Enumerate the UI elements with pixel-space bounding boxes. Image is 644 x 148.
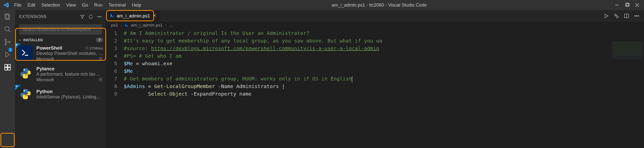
svg-point-24 xyxy=(24,69,25,70)
menu-terminal[interactable]: Terminal xyxy=(106,1,128,9)
breadcrumb-part[interactable]: am_i_admin.ps1 xyxy=(131,23,163,28)
svg-point-10 xyxy=(5,44,6,45)
svg-point-20 xyxy=(101,16,102,17)
svg-point-28 xyxy=(26,97,27,98)
powershell-file-icon xyxy=(125,23,129,27)
recommended-badge xyxy=(15,85,21,90)
breadcrumb-part[interactable]: … xyxy=(169,23,174,28)
menu-go[interactable]: Go xyxy=(80,1,91,9)
activitybar: 3 xyxy=(0,10,15,148)
svg-point-7 xyxy=(5,27,9,31)
svg-point-25 xyxy=(26,76,27,78)
source-control-badge: 3 xyxy=(8,48,13,52)
extension-powershell[interactable]: PowerShell 2796ms Develop PowerShell mod… xyxy=(15,43,106,64)
maximize-icon[interactable] xyxy=(625,3,629,7)
menu-run[interactable]: Run xyxy=(92,1,105,9)
svg-line-8 xyxy=(9,30,11,32)
more-icon[interactable] xyxy=(634,13,639,19)
svg-point-23 xyxy=(100,58,101,59)
menu-file[interactable]: File xyxy=(12,1,24,9)
chevron-right-icon: › xyxy=(120,23,122,28)
svg-point-38 xyxy=(636,15,637,16)
menu-selection[interactable]: Selection xyxy=(39,1,63,9)
window-title: am_i_admin.ps1 - ttc2060 - Visual Studio… xyxy=(144,3,615,8)
pylance-ext-icon xyxy=(18,66,33,81)
powershell-file-icon xyxy=(110,13,114,19)
svg-point-18 xyxy=(98,16,98,17)
sidebar-title: EXTENSIONS xyxy=(19,14,77,19)
tab-am-i-admin[interactable]: am_i_admin.ps1 xyxy=(106,10,160,22)
close-icon[interactable] xyxy=(635,3,639,7)
breadcrumb-part[interactable]: ps1 xyxy=(111,23,118,28)
editor-tabs: am_i_admin.ps1 xyxy=(106,10,644,22)
minimap[interactable] xyxy=(612,41,642,59)
chevron-right-icon: › xyxy=(165,23,167,28)
source-control-icon[interactable] xyxy=(4,38,12,46)
minimize-icon[interactable] xyxy=(615,3,619,7)
svg-point-11 xyxy=(9,41,10,43)
tab-label: am_i_admin.ps1 xyxy=(117,13,150,19)
filter-icon[interactable] xyxy=(80,14,85,19)
svg-rect-16 xyxy=(5,68,7,70)
chevron-down-icon xyxy=(18,38,22,42)
code-editor[interactable]: 123456789 # Am I Administrator / origina… xyxy=(106,29,644,148)
breadcrumb[interactable]: ps1 › am_i_admin.ps1 › … xyxy=(106,22,644,29)
extension-pylance[interactable]: Pylance A performant, feature-rich lan… … xyxy=(15,64,106,85)
gear-icon[interactable] xyxy=(98,56,103,62)
ext-publisher: Microsoft xyxy=(36,57,98,62)
split-editor-icon[interactable] xyxy=(624,13,629,19)
editor-area: am_i_admin.ps1 ps1 › am_i_admin.ps1 › … … xyxy=(106,10,644,148)
clock-icon xyxy=(85,46,89,50)
explorer-icon[interactable] xyxy=(4,13,12,21)
svg-marker-12 xyxy=(6,52,10,57)
ext-desc: A performant, feature-rich lan… xyxy=(36,72,103,77)
ext-load-time: 2796ms xyxy=(85,46,103,50)
clear-icon[interactable] xyxy=(97,14,102,19)
extensions-highlight xyxy=(1,133,15,147)
window-controls xyxy=(615,3,639,7)
svg-rect-17 xyxy=(8,68,10,70)
svg-point-26 xyxy=(100,79,101,80)
gear-icon[interactable] xyxy=(98,77,103,83)
svg-marker-34 xyxy=(617,16,618,18)
ext-name: Python xyxy=(36,89,103,94)
recommended-badge xyxy=(15,43,21,49)
main-menu: File Edit Selection View Go Run Terminal… xyxy=(12,1,144,9)
section-label: INSTALLED xyxy=(23,38,43,42)
ext-name: PowerShell xyxy=(36,45,85,51)
svg-point-39 xyxy=(638,15,639,16)
ext-publisher: Microsoft xyxy=(36,77,98,82)
search-icon[interactable] xyxy=(4,25,12,33)
ext-name: Pylance xyxy=(36,66,103,72)
run-icon[interactable] xyxy=(604,13,609,19)
svg-rect-15 xyxy=(8,65,10,67)
ext-desc: IntelliSense (Pylance), Linting… xyxy=(36,94,103,100)
vscode-logo-icon xyxy=(4,2,9,8)
search-input[interactable] xyxy=(19,24,102,35)
run-below-icon[interactable] xyxy=(614,13,619,19)
section-count: 7 xyxy=(96,38,103,42)
line-numbers: 123456789 xyxy=(106,29,124,148)
close-icon[interactable] xyxy=(153,13,157,19)
refresh-icon[interactable] xyxy=(88,14,93,19)
extensions-icon[interactable] xyxy=(4,63,12,71)
svg-rect-21 xyxy=(20,47,31,58)
menu-edit[interactable]: Edit xyxy=(25,1,38,9)
svg-point-37 xyxy=(635,15,635,16)
extensions-sidebar: EXTENSIONS INSTALLED 7 PowerShell xyxy=(15,10,106,148)
svg-point-27 xyxy=(24,90,25,91)
menu-help[interactable]: Help xyxy=(129,1,144,9)
extension-python[interactable]: Python IntelliSense (Pylance), Linting… xyxy=(15,85,106,103)
svg-point-19 xyxy=(99,16,100,17)
ext-desc: Develop PowerShell modules, … xyxy=(36,51,103,56)
menu-view[interactable]: View xyxy=(64,1,79,9)
code-content[interactable]: # Am I Administrator / original Is the U… xyxy=(124,29,644,148)
svg-marker-33 xyxy=(615,14,617,16)
titlebar: File Edit Selection View Go Run Terminal… xyxy=(0,0,644,10)
svg-point-9 xyxy=(5,39,6,40)
installed-section-header[interactable]: INSTALLED 7 xyxy=(15,37,106,43)
svg-marker-32 xyxy=(605,14,608,18)
svg-rect-14 xyxy=(5,65,7,67)
